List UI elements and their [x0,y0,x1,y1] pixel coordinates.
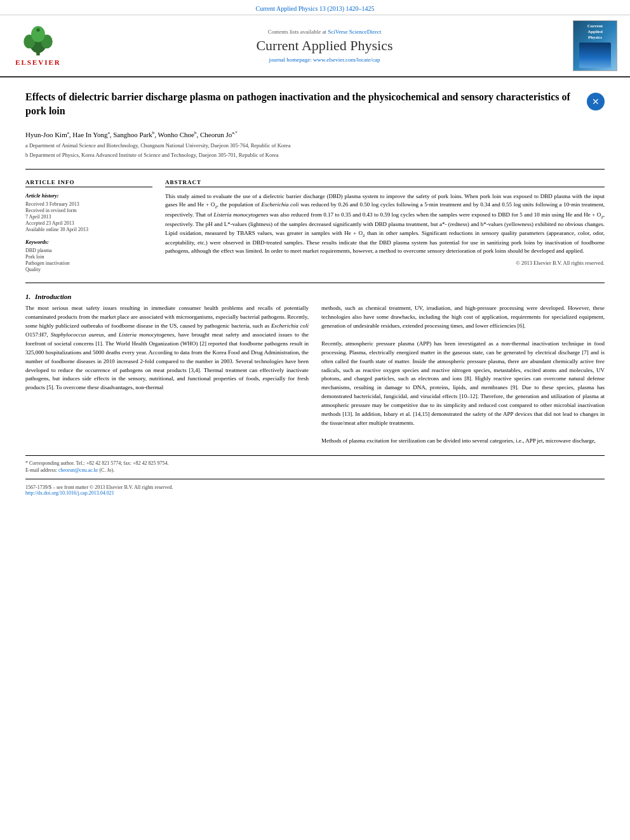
elsevier-tree-icon [19,25,57,57]
cover-line3: Physics [587,35,603,41]
sciverse-text: Contents lists available at [268,29,326,35]
journal-citation-text: Current Applied Physics 13 (2013) 1420–1… [256,5,375,12]
elsevier-label: ELSEVIER [15,58,61,66]
abstract-header: ABSTRACT [165,179,605,187]
intro-right-text: methods, such as chemical treatment, UV,… [321,304,605,446]
corresponding-author-note: * Corresponding author. Tel.: +82 42 821… [25,460,605,467]
intro-two-col: The most serious meat safety issues resu… [25,304,605,446]
intro-right-col: methods, such as chemical treatment, UV,… [321,304,605,446]
intro-section-num: 1. [25,293,30,300]
email-label: E-mail address: [25,467,57,473]
journal-cover-image: Current Applied Physics [573,20,617,71]
doi-line[interactable]: http://dx.doi.org/10.1016/j.cap.2013.04.… [25,490,605,496]
paper-content: Effects of dielectric barrier discharge … [0,77,630,509]
introduction-section: 1. Introduction The most serious meat sa… [25,293,605,446]
svg-point-5 [36,29,39,32]
issn-line: 1567-1739/$ – see front matter © 2013 El… [25,484,605,490]
email-line: E-mail address: cheorun@cnu.ac.kr (C. Jo… [25,467,605,474]
intro-left-text: The most serious meat safety issues resu… [25,304,309,392]
abstract-text: This study aimed to evaluate the use of … [165,192,605,256]
footnote-section: * Corresponding author. Tel.: +82 42 821… [25,455,605,496]
article-info-column: ARTICLE INFO Article history: Received 3… [25,179,152,273]
accepted-date: Accepted 23 April 2013 [25,220,152,226]
abstract-column: ABSTRACT This study aimed to evaluate th… [165,179,605,273]
journal-homepage: journal homepage: www.elsevier.com/locat… [76,57,573,63]
elsevier-logo: ELSEVIER [13,25,64,66]
intro-section-name: Introduction [35,293,71,300]
keyword-4: Quality [25,267,152,272]
journal-title-block: Contents lists available at SciVerse Sci… [76,29,573,63]
keywords-label: Keywords: [25,239,152,245]
available-date: Available online 30 April 2013 [25,227,152,232]
sciverse-line: Contents lists available at SciVerse Sci… [76,29,573,35]
article-info-abstract-section: ARTICLE INFO Article history: Received 3… [25,179,605,273]
revised-date: 7 April 2013 [25,214,152,220]
sciverse-link[interactable]: SciVerse ScienceDirect [328,29,381,35]
journal-citation-header: Current Applied Physics 13 (2013) 1420–1… [0,0,630,15]
keyword-3: Pathogen inactivation [25,260,152,266]
content-divider [25,283,605,283]
received-date: Received 3 February 2013 [25,201,152,207]
article-history-label: Article history: [25,192,152,199]
email-suffix: (C. Jo). [99,467,114,473]
intro-section-title: 1. Introduction [25,293,71,300]
intro-left-col: The most serious meat safety issues resu… [25,304,309,446]
paper-title: Effects of dielectric barrier discharge … [25,90,580,119]
copyright-line: © 2013 Elsevier B.V. All rights reserved… [165,260,605,266]
affiliations: a Department of Animal Science and Biote… [25,142,605,159]
crossmark-icon[interactable] [587,93,605,110]
homepage-url[interactable]: www.elsevier.com/locate/cap [313,57,380,63]
keyword-2: Pork loin [25,254,152,260]
revised-label: Received in revised form [25,208,152,213]
corresponding-author-text: * Corresponding author. Tel.: +82 42 821… [25,460,168,466]
cover-line2: Applied [587,29,603,35]
header-divider [25,169,605,170]
keyword-1: DBD plasma [25,248,152,253]
email-address[interactable]: cheorun@cnu.ac.kr [58,467,98,473]
homepage-label: journal homepage: [269,57,312,63]
journal-header-band: ELSEVIER Contents lists available at Sci… [0,15,630,77]
affiliation-b: b Department of Physics, Korea Advanced … [25,151,605,159]
article-info-header: ARTICLE INFO [25,179,152,187]
affiliation-a: a Department of Animal Science and Biote… [25,142,605,150]
cover-line1: Current [587,23,603,29]
authors-line: Hyun-Joo Kima, Hae In Yonga, Sanghoo Par… [25,130,605,138]
journal-name: Current Applied Physics [76,37,573,54]
